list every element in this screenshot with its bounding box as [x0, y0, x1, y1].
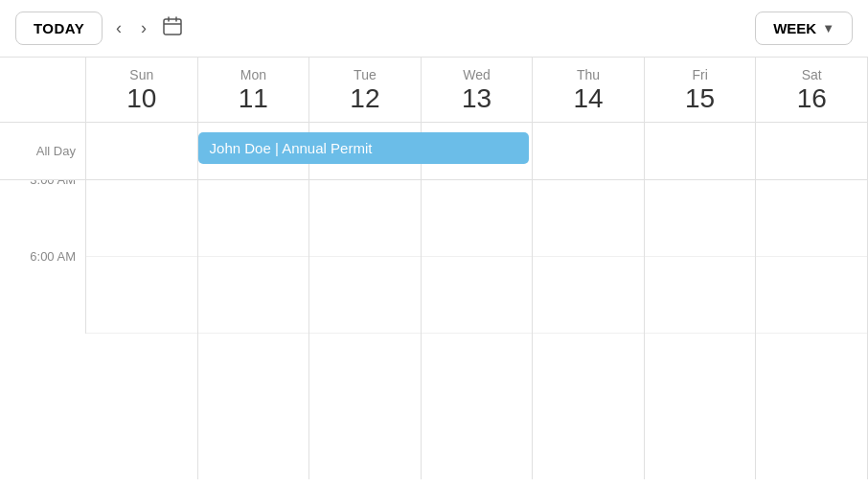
day-col-sun — [86, 180, 198, 479]
time-block — [198, 180, 309, 257]
day-name-mon: Mon — [198, 67, 309, 82]
day-header-fri: Fri 15 — [645, 58, 757, 122]
day-name-fri: Fri — [645, 67, 756, 82]
today-button[interactable]: TODAY — [15, 12, 103, 45]
time-block — [309, 180, 421, 257]
week-view-button[interactable]: WEEK ▼ — [755, 12, 853, 45]
prev-button[interactable]: ‹ — [110, 14, 127, 42]
allday-cell-thu — [533, 123, 645, 179]
time-slots: 3:00 AM 6:00 AM — [0, 180, 86, 479]
day-header-thu: Thu 14 — [533, 58, 645, 122]
chevron-down-icon: ▼ — [822, 21, 834, 35]
allday-label: All Day — [0, 123, 86, 179]
next-button[interactable]: › — [135, 14, 152, 42]
day-number-tue: 12 — [309, 84, 421, 114]
day-number-sat: 16 — [756, 84, 867, 114]
time-block — [86, 257, 197, 334]
day-header-mon: Mon 11 — [198, 58, 310, 122]
day-number-fri: 15 — [645, 84, 756, 114]
day-col-fri — [645, 180, 757, 479]
day-header-wed: Wed 13 — [422, 58, 534, 122]
day-col-thu — [533, 180, 645, 479]
allday-cell-fri — [645, 123, 757, 179]
day-number-thu: 14 — [533, 84, 644, 114]
day-headers: Sun 10 Mon 11 Tue 12 Wed 13 Thu 14 Fri 1… — [0, 58, 868, 123]
allday-event-wrapper[interactable]: John Doe | Annual Permit — [198, 132, 530, 164]
day-col-tue — [309, 180, 422, 479]
allday-cell-sat — [756, 123, 868, 179]
time-block — [86, 180, 197, 257]
day-header-tue: Tue 12 — [309, 58, 422, 122]
day-header-sat: Sat 16 — [756, 58, 868, 122]
allday-cell-sun — [86, 123, 198, 179]
calendar-container: Sun 10 Mon 11 Tue 12 Wed 13 Thu 14 Fri 1… — [0, 58, 868, 479]
day-header-sun: Sun 10 — [86, 58, 198, 122]
day-name-sat: Sat — [756, 67, 867, 82]
time-label-6am: 6:00 AM — [0, 257, 86, 334]
day-name-tue: Tue — [309, 67, 421, 82]
allday-row: All Day John Doe | Annual Permit — [0, 123, 868, 180]
time-block — [309, 257, 421, 334]
time-block — [756, 180, 867, 257]
time-block — [198, 257, 309, 334]
time-block — [756, 257, 867, 334]
time-block — [645, 180, 756, 257]
day-name-wed: Wed — [422, 67, 533, 82]
day-col-wed — [422, 180, 534, 479]
allday-event[interactable]: John Doe | Annual Permit — [198, 132, 530, 164]
svg-rect-0 — [164, 19, 181, 35]
calendar-icon — [162, 15, 183, 41]
time-block — [533, 180, 644, 257]
time-grid: 3:00 AM 6:00 AM — [0, 180, 868, 479]
day-name-sun: Sun — [86, 67, 197, 82]
day-number-sun: 10 — [86, 84, 197, 114]
day-number-wed: 13 — [422, 84, 533, 114]
time-block — [422, 257, 533, 334]
day-number-mon: 11 — [198, 84, 309, 114]
time-label-3am: 3:00 AM — [0, 180, 86, 257]
day-name-thu: Thu — [533, 67, 644, 82]
allday-cells: John Doe | Annual Permit — [86, 123, 868, 179]
week-label: WEEK — [773, 20, 816, 36]
time-block — [422, 180, 533, 257]
day-col-mon — [198, 180, 310, 479]
day-col-sat — [756, 180, 868, 479]
toolbar: TODAY ‹ › WEEK ▼ — [0, 0, 868, 58]
time-block — [533, 257, 644, 334]
time-block — [645, 257, 756, 334]
header-spacer — [0, 58, 86, 122]
